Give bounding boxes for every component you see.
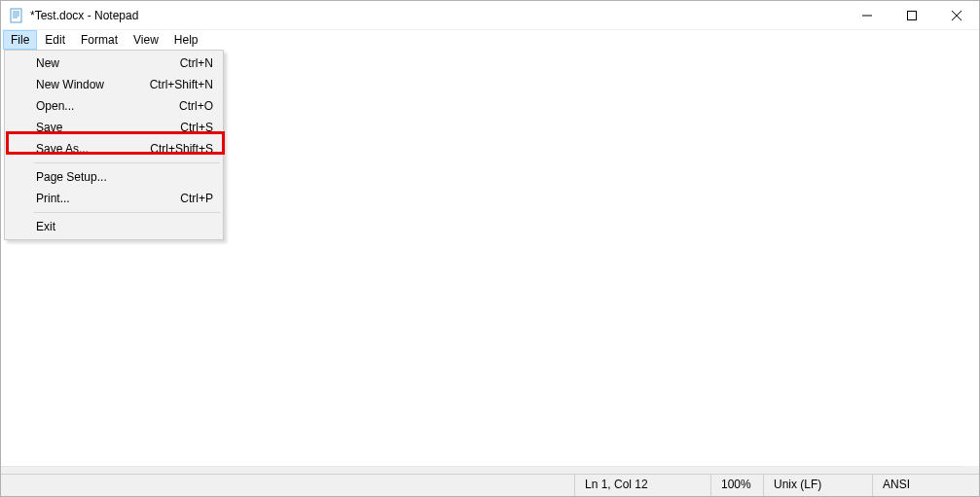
menu-item-label: New Window bbox=[36, 78, 130, 91]
menu-item-shortcut: Ctrl+P bbox=[180, 192, 213, 205]
menu-item-print[interactable]: Print...Ctrl+P bbox=[7, 188, 221, 209]
menu-item-label: Page Setup... bbox=[36, 170, 213, 184]
maximize-button[interactable] bbox=[889, 1, 934, 30]
statusbar: Ln 1, Col 12 100% Unix (LF) ANSI bbox=[1, 474, 979, 496]
menu-item-save[interactable]: SaveCtrl+S bbox=[7, 117, 221, 138]
menu-view[interactable]: View bbox=[126, 30, 166, 50]
menu-item-new-window[interactable]: New WindowCtrl+Shift+N bbox=[7, 74, 221, 95]
menu-separator bbox=[34, 162, 220, 163]
status-line-ending: Unix (LF) bbox=[763, 475, 872, 496]
menu-item-label: Save bbox=[36, 121, 161, 134]
menu-item-page-setup[interactable]: Page Setup... bbox=[7, 166, 221, 188]
menu-item-new[interactable]: NewCtrl+N bbox=[7, 53, 221, 74]
menu-item-shortcut: Ctrl+S bbox=[180, 121, 213, 134]
status-zoom: 100% bbox=[710, 475, 763, 496]
menu-help[interactable]: Help bbox=[166, 30, 206, 50]
menu-item-label: Save As... bbox=[36, 142, 130, 156]
status-spacer bbox=[1, 475, 574, 496]
svg-rect-6 bbox=[908, 11, 917, 19]
menu-format[interactable]: Format bbox=[73, 30, 126, 50]
menu-file[interactable]: File bbox=[3, 30, 37, 50]
notepad-icon bbox=[9, 8, 24, 23]
menu-item-shortcut: Ctrl+O bbox=[179, 99, 213, 113]
menu-separator bbox=[34, 212, 220, 213]
menu-item-label: Exit bbox=[36, 220, 213, 233]
window-title: *Test.docx - Notepad bbox=[30, 9, 138, 22]
menu-item-shortcut: Ctrl+N bbox=[180, 56, 213, 70]
window-controls bbox=[845, 1, 979, 30]
menu-item-save-as[interactable]: Save As...Ctrl+Shift+S bbox=[7, 138, 221, 160]
menu-item-open[interactable]: Open...Ctrl+O bbox=[7, 95, 221, 117]
close-button[interactable] bbox=[934, 1, 979, 30]
titlebar: *Test.docx - Notepad bbox=[1, 1, 979, 30]
menu-item-label: Open... bbox=[36, 99, 160, 113]
file-menu-dropdown: NewCtrl+NNew WindowCtrl+Shift+NOpen...Ct… bbox=[4, 50, 224, 240]
minimize-button[interactable] bbox=[845, 1, 889, 30]
menu-item-shortcut: Ctrl+Shift+S bbox=[150, 142, 213, 156]
menu-item-label: Print... bbox=[36, 192, 161, 205]
menu-item-label: New bbox=[36, 56, 161, 70]
status-cursor-position: Ln 1, Col 12 bbox=[574, 475, 710, 496]
menu-edit[interactable]: Edit bbox=[37, 30, 73, 50]
menu-item-shortcut: Ctrl+Shift+N bbox=[150, 78, 213, 91]
status-encoding: ANSI bbox=[872, 475, 979, 496]
menubar: File Edit Format View Help bbox=[1, 30, 979, 50]
menu-item-exit[interactable]: Exit bbox=[7, 216, 221, 237]
